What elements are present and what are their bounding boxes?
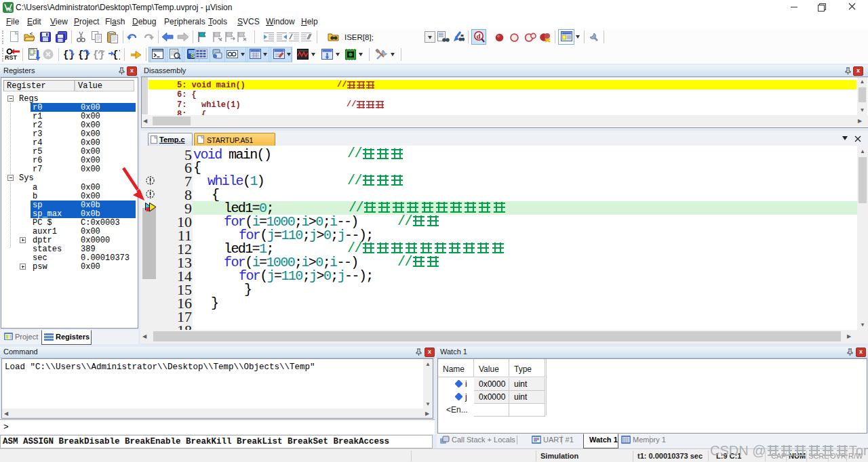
svg-text:d: d (477, 32, 481, 40)
svg-text:s: s (9, 7, 12, 12)
svg-text:{}: {} (113, 49, 120, 60)
